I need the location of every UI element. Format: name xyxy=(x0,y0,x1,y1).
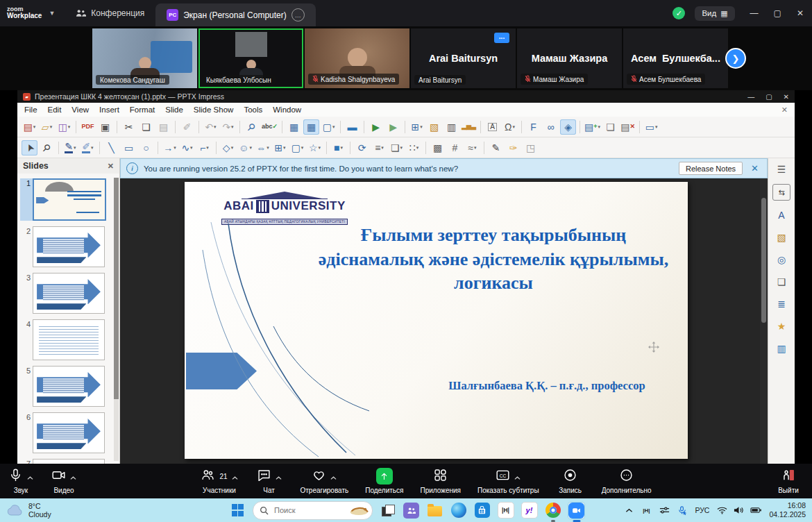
zoom-pan-icon[interactable]: ⚲ xyxy=(39,140,55,155)
slide-properties-icon[interactable]: ▭▾ xyxy=(643,119,659,135)
glue-points-icon[interactable]: ✑ xyxy=(505,140,521,155)
camera-button[interactable]: Видео xyxy=(47,468,81,494)
hyperlink-icon[interactable]: ∞ xyxy=(543,119,559,135)
menu-file[interactable]: File xyxy=(24,106,37,114)
yahoo-icon[interactable]: y! xyxy=(521,502,538,519)
more-button[interactable]: Дополнительно xyxy=(600,468,654,494)
notification-close-icon[interactable]: ✕ xyxy=(748,163,761,174)
weather-widget[interactable]: 8°C Cloudy xyxy=(0,502,51,519)
redo-icon[interactable]: ↷▾ xyxy=(220,119,236,135)
connectors-icon[interactable]: ⌐▾ xyxy=(196,140,212,155)
shapes-icon[interactable]: ❏ xyxy=(773,274,790,289)
slide-thumbnail-5[interactable]: 5 xyxy=(20,366,111,407)
menu-insert[interactable]: Insert xyxy=(99,106,119,114)
battery-icon[interactable] xyxy=(750,507,761,514)
apps-button[interactable]: Приложения xyxy=(418,468,463,494)
find-replace-icon[interactable]: ⚲ xyxy=(244,119,260,135)
gallery-icon[interactable]: ▧ xyxy=(773,230,790,245)
insert-table-icon[interactable]: ⊞▾ xyxy=(409,119,425,135)
copy-icon[interactable]: ❏ xyxy=(138,119,154,135)
chevron-down-icon[interactable]: ▼ xyxy=(49,10,55,17)
chat-button[interactable]: Чат xyxy=(253,468,286,494)
chrome-icon[interactable] xyxy=(544,502,561,519)
chevron-up-icon[interactable] xyxy=(70,471,76,483)
volume-icon[interactable] xyxy=(734,506,744,514)
zoom-workplace-brand[interactable]: zoom Workplace ▼ xyxy=(0,0,65,26)
animation-list-icon[interactable]: ≣ xyxy=(773,296,790,312)
menu-tools[interactable]: Tools xyxy=(244,106,262,114)
tile-more-button[interactable]: ... xyxy=(494,33,509,43)
stars-and-banners-icon[interactable]: ☆▾ xyxy=(307,140,323,155)
chevron-up-icon[interactable] xyxy=(27,471,33,483)
animation-icon[interactable]: ★ xyxy=(773,319,790,334)
impress-close-button[interactable]: ✕ xyxy=(784,93,789,101)
rotate-icon[interactable]: ⟳ xyxy=(354,140,370,155)
new-slide-icon[interactable]: ▤+▾ xyxy=(584,119,601,135)
participants-button[interactable]: 21Участники xyxy=(198,468,239,494)
tab-options-icon[interactable]: … xyxy=(291,8,305,22)
start-from-current-slide-icon[interactable]: ▶ xyxy=(385,119,401,135)
slide-canvas[interactable]: ABAI UNIVERSITY АБАЙ АТЫНДАҒЫ ҚАЗАҚ ҰЛТТ… xyxy=(120,178,768,464)
cc-button[interactable]: CCПоказать субтитры xyxy=(475,468,541,494)
basic-shapes-icon[interactable]: ◇▾ xyxy=(220,140,236,155)
taskbar-clock[interactable]: 16:08 04.12.2025 xyxy=(769,501,806,519)
slide-thumbnail-7[interactable]: 7 xyxy=(20,459,111,464)
block-arrows-icon[interactable]: ⇔▾ xyxy=(255,140,271,155)
zoom-app-icon[interactable] xyxy=(568,502,585,519)
close-document-icon[interactable]: ✕ xyxy=(781,106,788,115)
show-draw-functions-icon[interactable]: ◈ xyxy=(560,119,576,135)
mic-button[interactable]: Звук xyxy=(4,468,37,494)
tab-screen-share[interactable]: PC Экран (Personal Computer) … xyxy=(155,3,316,26)
slide-thumbnail-6[interactable]: 6 xyxy=(20,412,111,453)
screen-share-mic-icon[interactable] xyxy=(677,506,687,515)
properties-icon[interactable]: ⇆ xyxy=(772,184,790,201)
menu-view[interactable]: View xyxy=(71,106,89,114)
mixer-icon[interactable] xyxy=(659,506,670,514)
distribute-icon[interactable]: ∷▾ xyxy=(406,140,422,155)
task-view-icon[interactable] xyxy=(379,502,396,519)
tab-meeting[interactable]: Конференция xyxy=(65,0,155,26)
cut-icon[interactable]: ✂ xyxy=(121,119,137,135)
impress-minimize-button[interactable]: — xyxy=(747,93,754,101)
toggle-extrusion-icon[interactable]: ◳ xyxy=(523,140,539,155)
impress-maximize-button[interactable]: ▢ xyxy=(766,93,772,101)
curves-and-polygons-icon[interactable]: ∿▾ xyxy=(179,140,195,155)
insert-chart-icon[interactable]: ▂▅▃ xyxy=(461,119,477,135)
record-button[interactable]: Запись xyxy=(554,468,587,494)
slide-thumbnail-3[interactable]: 3 xyxy=(20,273,111,314)
start-from-first-slide-icon[interactable]: ▶ xyxy=(368,119,384,135)
3d-objects-icon[interactable]: ■▾ xyxy=(330,140,346,155)
lines-and-arrows-icon[interactable]: →▾ xyxy=(162,140,178,155)
impress-titlebar[interactable]: ▰ Презентация ШКК 4 желтоқсан (1).pptx —… xyxy=(17,90,795,103)
paste-icon[interactable]: ▤ xyxy=(155,119,171,135)
tray-chevron-icon[interactable] xyxy=(625,508,633,513)
slide-thumbnail-2[interactable]: 2 xyxy=(20,226,111,267)
special-character-icon[interactable]: Ω▾ xyxy=(502,119,518,135)
view-button[interactable]: Вид ▦ xyxy=(695,6,734,21)
react-button[interactable]: Отреагировать xyxy=(298,468,351,494)
release-notes-button[interactable]: Release Notes xyxy=(679,162,743,175)
insert-image-icon[interactable]: ▧ xyxy=(426,119,442,135)
master-slide-icon[interactable]: ▬ xyxy=(344,119,360,135)
edge-icon[interactable] xyxy=(450,502,467,519)
close-button[interactable]: ✕ xyxy=(797,8,804,18)
maximize-button[interactable]: ▢ xyxy=(774,8,781,18)
symbol-shapes-icon[interactable]: ☺▾ xyxy=(237,140,253,155)
spelling-icon[interactable]: abc✓ xyxy=(261,119,278,135)
participant-tile-3[interactable]: Kadisha Shalgynbayeva xyxy=(305,28,409,88)
helplines-while-moving-icon[interactable]: ▢▾ xyxy=(321,119,337,135)
canvas-scrollbar[interactable] xyxy=(760,178,768,464)
sidebar-settings-icon[interactable]: ☰ xyxy=(773,162,790,177)
slides-panel-scrollbar[interactable] xyxy=(114,178,119,461)
search-highlight-image[interactable] xyxy=(348,505,369,516)
slide-thumbnail-1[interactable]: 1 xyxy=(20,178,111,221)
explorer-icon[interactable] xyxy=(426,502,443,519)
image-filter-icon[interactable]: ≈▾ xyxy=(464,140,480,155)
menu-slide[interactable]: Slide xyxy=(165,106,183,114)
participant-tile-6[interactable]: Асем Булшекба...Асем Булшекбаева xyxy=(623,28,728,88)
export-pdf-icon[interactable]: PDF xyxy=(80,119,96,135)
crop-icon[interactable]: # xyxy=(447,140,463,155)
fontwork-icon[interactable]: F xyxy=(525,119,541,135)
wifi-icon[interactable] xyxy=(717,506,727,514)
minimize-button[interactable]: — xyxy=(750,8,759,18)
